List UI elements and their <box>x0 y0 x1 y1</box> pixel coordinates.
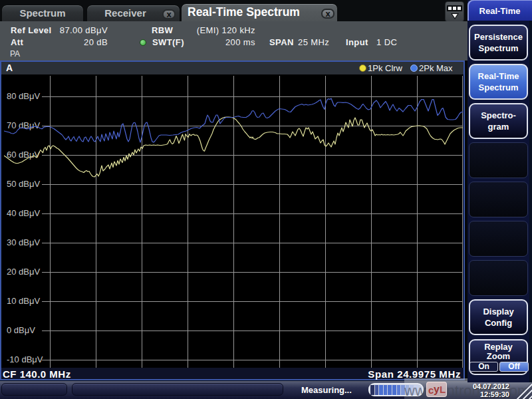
svg-text:60 dBμV: 60 dBμV <box>7 150 40 160</box>
svg-text:50 dBμV: 50 dBμV <box>7 179 40 189</box>
svg-text:70 dBμV: 70 dBμV <box>7 120 40 130</box>
svg-text:20 dBμV: 20 dBμV <box>7 267 40 277</box>
svg-text:30 dBμV: 30 dBμV <box>7 237 40 247</box>
svg-text:10 dBμV: 10 dBμV <box>7 296 40 306</box>
svg-text:0 dBμV: 0 dBμV <box>7 325 35 335</box>
svg-text:80 dBμV: 80 dBμV <box>7 91 40 101</box>
svg-text:-10 dBμV: -10 dBμV <box>7 354 43 364</box>
svg-text:40 dBμV: 40 dBμV <box>7 208 40 218</box>
